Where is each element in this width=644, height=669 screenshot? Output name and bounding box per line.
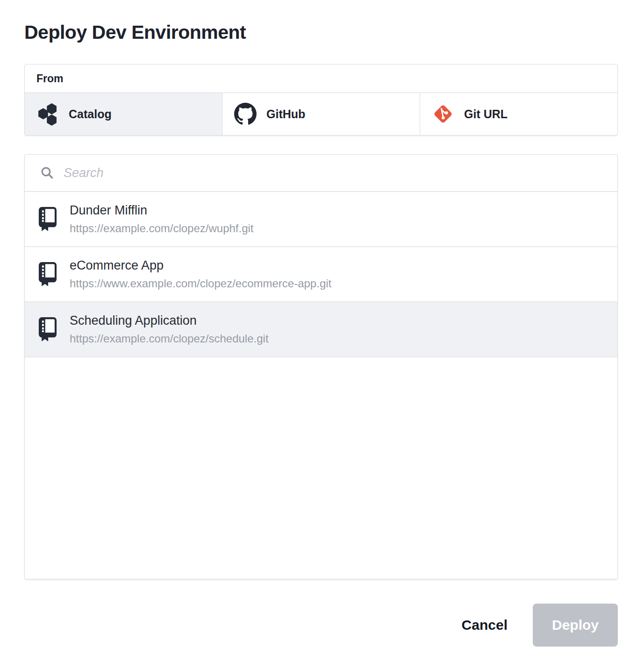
repo-url: https://example.com/clopez/wuphf.git <box>70 222 254 235</box>
from-section: From Catalog <box>24 64 618 135</box>
repo-url: https://example.com/clopez/schedule.git <box>70 332 269 345</box>
tab-git-url-label: Git URL <box>464 107 508 121</box>
source-tabs: Catalog GitHub <box>25 93 617 135</box>
repo-texts: eCommerce App https://www.example.com/cl… <box>70 258 331 290</box>
repo-row-dunder-mifflin[interactable]: Dunder Mifflin https://example.com/clope… <box>25 192 617 247</box>
repo-row-scheduling-application[interactable]: Scheduling Application https://example.c… <box>25 302 617 357</box>
repo-name: eCommerce App <box>70 258 331 273</box>
repo-name: Dunder Mifflin <box>70 203 254 218</box>
repo-url: https://www.example.com/clopez/ecommerce… <box>70 277 331 290</box>
repo-row-ecommerce-app[interactable]: eCommerce App https://www.example.com/cl… <box>25 247 617 302</box>
repo-book-icon <box>38 317 57 342</box>
github-icon <box>234 102 257 126</box>
tab-git-url[interactable]: Git URL <box>420 93 617 135</box>
repo-texts: Scheduling Application https://example.c… <box>70 313 269 345</box>
tab-github[interactable]: GitHub <box>222 93 420 135</box>
panel-empty-area <box>25 357 617 579</box>
repo-texts: Dunder Mifflin https://example.com/clope… <box>70 203 254 235</box>
repo-book-icon <box>38 262 57 286</box>
search-row <box>25 155 617 192</box>
search-input[interactable] <box>64 166 606 180</box>
tab-catalog[interactable]: Catalog <box>25 93 222 135</box>
deploy-button[interactable]: Deploy <box>533 604 618 647</box>
catalog-panel: Dunder Mifflin https://example.com/clope… <box>24 154 618 579</box>
repo-name: Scheduling Application <box>70 313 269 328</box>
cancel-button[interactable]: Cancel <box>462 617 508 633</box>
from-section-label: From <box>25 64 617 93</box>
dialog-footer: Cancel Deploy <box>24 604 618 647</box>
catalog-hexagons-icon <box>36 102 59 126</box>
deploy-dialog: Deploy Dev Environment From Catalog <box>24 21 618 647</box>
repo-book-icon <box>38 207 57 231</box>
tab-catalog-label: Catalog <box>69 107 112 121</box>
tab-github-label: GitHub <box>266 107 305 121</box>
page-title: Deploy Dev Environment <box>24 21 618 43</box>
search-icon <box>40 166 54 180</box>
git-icon <box>432 102 454 126</box>
